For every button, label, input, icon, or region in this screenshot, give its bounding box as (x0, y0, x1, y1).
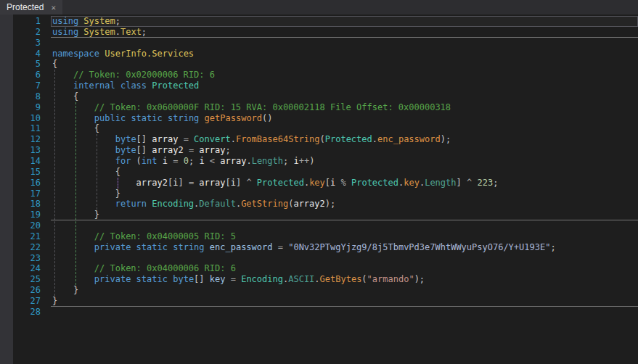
code-text: } (52, 296, 57, 307)
code-text: return Encoding.Default.GetString(array2… (52, 199, 335, 210)
line-number: 2 (0, 27, 41, 38)
code-line-9[interactable]: 9 // Token: 0x0600000F RID: 15 RVA: 0x00… (0, 102, 638, 113)
code-line-6[interactable]: 6 // Token: 0x02000006 RID: 6 (0, 70, 638, 80)
line-number: 18 (0, 199, 41, 210)
code-line-23[interactable]: 23 (0, 253, 638, 264)
code-text: public static string getPassword() (52, 113, 273, 124)
code-line-14[interactable]: 14 for (int i = 0; i < array.Length; i++… (0, 156, 638, 167)
code-text: private static byte[] key = Encoding.ASC… (52, 274, 425, 285)
line-number: 16 (0, 178, 41, 189)
close-icon[interactable]: ✕ (51, 3, 56, 12)
line-number: 21 (0, 231, 41, 242)
code-line-20[interactable]: 20 (0, 220, 638, 231)
code-line-1[interactable]: 1using System; (0, 16, 638, 27)
line-number: 22 (0, 242, 41, 253)
code-text: } (52, 189, 120, 199)
code-line-12[interactable]: 12 byte[] array = Convert.FromBase64Stri… (0, 134, 638, 145)
code-text: internal class Protected (52, 80, 199, 91)
code-text: byte[] array2 = array; (52, 145, 231, 156)
line-number: 5 (0, 59, 41, 70)
code-line-27[interactable]: 27} (0, 296, 638, 307)
code-text: } (52, 285, 78, 296)
line-number: 12 (0, 134, 41, 145)
code-line-3[interactable]: 3 (0, 38, 638, 49)
line-number: 1 (0, 16, 41, 27)
code-text: { (52, 167, 120, 178)
tab-bar: Protected ✕ (0, 0, 638, 15)
line-number: 27 (0, 296, 41, 307)
code-text: namespace UserInfo.Services (52, 49, 194, 59)
code-text: private static string enc_password = "0N… (52, 242, 556, 253)
code-text: // Token: 0x02000006 RID: 6 (52, 70, 215, 80)
line-number: 25 (0, 274, 41, 285)
code-text: { (52, 91, 78, 102)
code-line-10[interactable]: 10 public static string getPassword() (0, 113, 638, 124)
line-number: 19 (0, 210, 41, 220)
code-line-18[interactable]: 18 return Encoding.Default.GetString(arr… (0, 199, 638, 210)
line-number: 8 (0, 91, 41, 102)
line-number: 6 (0, 70, 41, 80)
line-number: 24 (0, 263, 41, 274)
code-line-5[interactable]: 5{ (0, 59, 638, 70)
line-number: 4 (0, 49, 41, 59)
code-line-4[interactable]: 4namespace UserInfo.Services (0, 49, 638, 59)
line-number: 7 (0, 80, 41, 91)
line-number: 3 (0, 38, 41, 49)
code-line-7[interactable]: 7 internal class Protected (0, 80, 638, 91)
line-number: 15 (0, 167, 41, 178)
code-line-15[interactable]: 15 { (0, 167, 638, 178)
code-line-2[interactable]: 2using System.Text; (0, 27, 638, 38)
code-line-25[interactable]: 25 private static byte[] key = Encoding.… (0, 274, 638, 285)
code-text: { (52, 123, 99, 134)
code-line-22[interactable]: 22 private static string enc_password = … (0, 242, 638, 253)
code-text: array2[i] = array[i] ^ Protected.key[i %… (52, 178, 498, 189)
code-line-26[interactable]: 26 } (0, 285, 638, 296)
code-text: } (52, 210, 99, 220)
tab-title: Protected (7, 2, 44, 12)
line-number: 23 (0, 253, 41, 264)
code-line-8[interactable]: 8 { (0, 91, 638, 102)
code-line-16[interactable]: 16 array2[i] = array[i] ^ Protected.key[… (0, 178, 638, 189)
code-line-21[interactable]: 21 // Token: 0x04000005 RID: 5 (0, 231, 638, 242)
line-number: 20 (0, 220, 41, 231)
line-number: 9 (0, 102, 41, 113)
code-text: { (52, 59, 57, 70)
code-text: byte[] array = Convert.FromBase64String(… (52, 134, 451, 145)
code-line-13[interactable]: 13 byte[] array2 = array; (0, 145, 638, 156)
line-number: 10 (0, 113, 41, 124)
code-lines: 1using System;2using System.Text;34names… (0, 16, 638, 318)
code-text: using System.Text; (52, 27, 147, 38)
line-number: 17 (0, 189, 41, 199)
code-line-28[interactable]: 28 (0, 307, 638, 318)
code-text: // Token: 0x04000006 RID: 6 (52, 263, 236, 274)
decompiler-window: Protected ✕ 1using System;2using System.… (0, 0, 638, 364)
code-text: using System; (52, 16, 120, 27)
code-line-24[interactable]: 24 // Token: 0x04000006 RID: 6 (0, 263, 638, 274)
code-editor[interactable]: 1using System;2using System.Text;34names… (0, 15, 638, 364)
tab-protected[interactable]: Protected ✕ (0, 0, 62, 15)
code-line-19[interactable]: 19 } (0, 210, 638, 220)
line-number: 13 (0, 145, 41, 156)
code-line-17[interactable]: 17 } (0, 189, 638, 199)
line-number: 11 (0, 123, 41, 134)
line-number: 28 (0, 307, 41, 318)
code-text: // Token: 0x04000005 RID: 5 (52, 231, 236, 242)
code-text: for (int i = 0; i < array.Length; i++) (52, 156, 314, 167)
code-line-11[interactable]: 11 { (0, 123, 638, 134)
line-number: 26 (0, 285, 41, 296)
line-number: 14 (0, 156, 41, 167)
code-text: // Token: 0x0600000F RID: 15 RVA: 0x0000… (52, 102, 451, 113)
